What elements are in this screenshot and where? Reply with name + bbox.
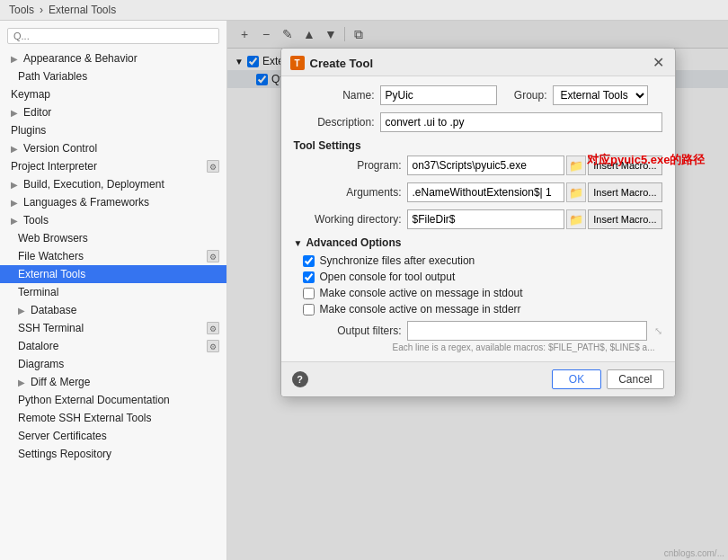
arguments-label: Arguments: (294, 186, 402, 199)
stderr-label: Make console active on message in stderr (320, 303, 521, 316)
sidebar-item-tools[interactable]: ▶Tools (0, 211, 226, 229)
name-label: Name: (294, 89, 375, 102)
expand-icon: ▶ (18, 378, 25, 387)
arguments-input[interactable] (407, 182, 565, 202)
output-filters-row: Output filters: ⤡ (294, 321, 662, 341)
sidebar-item-label: Terminal (18, 286, 58, 298)
program-input[interactable] (407, 156, 565, 175)
sidebar-item-keymap[interactable]: Keymap (0, 85, 226, 103)
modal-body: Name: Group: External Tools Description: (281, 76, 675, 361)
sync-files-label: Synchronize files after execution (320, 254, 475, 267)
sidebar-item-label: Appearance & Behavior (23, 52, 138, 65)
sidebar-item-diagrams[interactable]: Diagrams (0, 355, 226, 373)
output-filters-input[interactable] (407, 321, 647, 341)
stdout-label: Make console active on message in stdout (320, 287, 523, 299)
output-hint-text: Each line is a regex, available macros: … (294, 342, 662, 352)
advanced-header[interactable]: ▼ Advanced Options (294, 236, 662, 249)
output-filters-label: Output filters: (294, 324, 402, 337)
sidebar-item-web-browsers[interactable]: Web Browsers (0, 229, 226, 247)
sidebar-item-external-tools[interactable]: External Tools (0, 265, 226, 283)
sidebar-item-path-variables[interactable]: Path Variables (0, 67, 226, 85)
sidebar-item-datalore[interactable]: Datalore⚙ (0, 337, 226, 355)
ok-button[interactable]: OK (552, 369, 601, 389)
sidebar-item-label: Version Control (23, 142, 97, 155)
sidebar-badge: ⚙ (207, 322, 219, 334)
sidebar-item-database[interactable]: ▶Database (0, 301, 226, 319)
sidebar-item-build-execution[interactable]: ▶Build, Execution, Deployment (0, 175, 226, 193)
group-select[interactable]: External Tools (553, 85, 648, 105)
sidebar-badge: ⚙ (207, 160, 219, 173)
sidebar-item-project-interpreter[interactable]: Project Interpreter⚙ (0, 157, 226, 175)
advanced-options-section: ▼ Advanced Options Synchronize files aft… (294, 236, 662, 352)
expand-icon: ▶ (11, 198, 18, 208)
sidebar-search-input[interactable] (7, 28, 219, 44)
arguments-row: Arguments: 📁 Insert Macro... (294, 182, 662, 202)
sidebar-item-settings-repo[interactable]: Settings Repository (0, 445, 226, 463)
sidebar-item-editor[interactable]: ▶Editor (0, 103, 226, 121)
sidebar-item-diff-merge[interactable]: ▶Diff & Merge (0, 373, 226, 391)
program-insert-macro-button[interactable]: Insert Macro... (588, 156, 661, 175)
advanced-expand-icon: ▼ (294, 238, 303, 248)
sidebar-item-label: Languages & Frameworks (23, 196, 149, 209)
open-console-checkbox[interactable] (303, 271, 315, 283)
modal-icon: T (290, 56, 305, 70)
expand-icon: ▶ (11, 144, 18, 154)
sidebar-item-server-certs[interactable]: Server Certificates (0, 427, 226, 445)
help-button[interactable]: ? (292, 371, 308, 387)
sidebar-item-file-watchers[interactable]: File Watchers⚙ (0, 247, 226, 265)
arguments-insert-macro-button[interactable]: Insert Macro... (588, 182, 661, 202)
sidebar-item-label: Settings Repository (18, 448, 111, 460)
modal-close-button[interactable]: ✕ (653, 56, 664, 70)
expand-icon: ▶ (11, 216, 18, 226)
sidebar-item-python-ext-doc[interactable]: Python External Documentation (0, 391, 226, 409)
sidebar-item-languages[interactable]: ▶Languages & Frameworks (0, 193, 226, 211)
sync-files-row: Synchronize files after execution (294, 254, 662, 267)
cancel-button[interactable]: Cancel (607, 369, 663, 389)
create-tool-dialog: T Create Tool ✕ Name: Group: (280, 48, 676, 397)
program-row: Program: 📁 Insert Macro... (294, 156, 662, 175)
modal-title-group: T Create Tool (290, 56, 374, 70)
expand-icon: ▶ (11, 54, 18, 64)
expand-icon: ▶ (11, 108, 18, 118)
sidebar-item-version-control[interactable]: ▶Version Control (0, 139, 226, 157)
program-file-button[interactable]: 📁 (566, 156, 586, 175)
sidebar-item-label: File Watchers (18, 250, 84, 262)
sidebar-item-remote-ssh[interactable]: Remote SSH External Tools (0, 409, 226, 427)
program-input-group: 📁 Insert Macro... (407, 156, 662, 175)
settings-sidebar: ▶Appearance & BehaviorPath VariablesKeym… (0, 21, 227, 560)
working-dir-label: Working directory: (294, 213, 402, 226)
sidebar-item-appearance[interactable]: ▶Appearance & Behavior (0, 49, 226, 67)
description-label: Description: (294, 116, 375, 129)
sidebar-item-label: Python External Documentation (18, 394, 170, 406)
open-console-label: Open console for tool output (320, 271, 456, 283)
sidebar-badge: ⚙ (207, 340, 219, 352)
name-input[interactable] (380, 85, 497, 105)
sidebar-item-label: Web Browsers (18, 232, 88, 244)
description-input[interactable] (380, 112, 662, 132)
program-label: Program: (294, 159, 402, 172)
sidebar-item-label: SSH Terminal (18, 322, 84, 334)
open-console-row: Open console for tool output (294, 271, 662, 283)
name-group-row: Name: Group: External Tools (294, 85, 662, 105)
breadcrumb-separator: › (40, 4, 43, 16)
sidebar-item-label: Project Interpreter (11, 160, 97, 173)
working-dir-insert-macro-button[interactable]: Insert Macro... (588, 209, 661, 229)
stderr-checkbox[interactable] (303, 304, 315, 316)
sidebar-item-terminal[interactable]: Terminal (0, 283, 226, 301)
stdout-checkbox[interactable] (303, 288, 315, 299)
sidebar-item-label: Diff & Merge (31, 376, 90, 388)
sidebar-item-ssh-terminal[interactable]: SSH Terminal⚙ (0, 319, 226, 337)
sidebar-item-label: Remote SSH External Tools (18, 412, 152, 424)
description-row: Description: (294, 112, 662, 132)
modal-overlay: 对应pyuic5.exe的路径 T Create Tool ✕ (227, 21, 728, 560)
arguments-file-button[interactable]: 📁 (566, 182, 586, 202)
breadcrumb-tools[interactable]: Tools (9, 4, 34, 16)
sidebar-item-label: External Tools (18, 268, 85, 280)
stderr-row: Make console active on message in stderr (294, 303, 662, 316)
working-dir-file-button[interactable]: 📁 (566, 209, 586, 229)
working-dir-input-group: 📁 Insert Macro... (407, 209, 662, 229)
sidebar-item-label: Tools (23, 214, 49, 227)
sync-files-checkbox[interactable] (303, 255, 315, 267)
sidebar-item-plugins[interactable]: Plugins (0, 121, 226, 139)
working-dir-input[interactable] (407, 209, 565, 229)
